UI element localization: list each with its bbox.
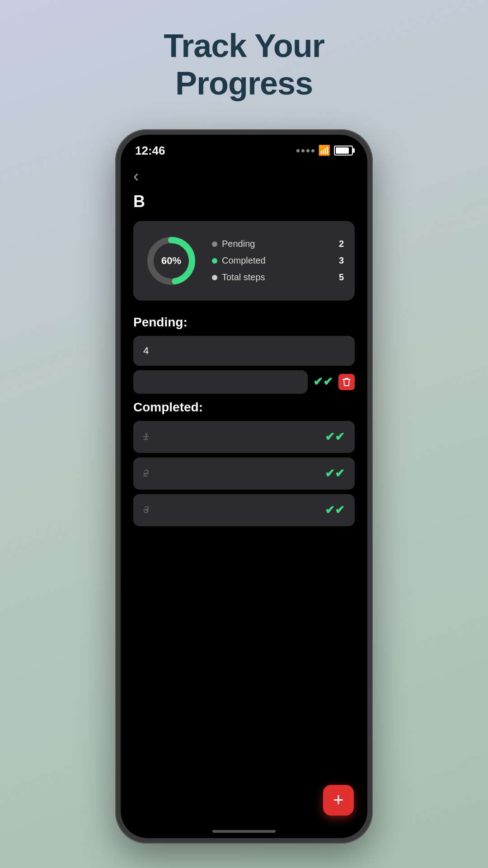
completed-check-2: ✔✔ bbox=[325, 467, 345, 481]
signal-icon bbox=[296, 149, 314, 152]
pending-count: 2 bbox=[339, 239, 344, 249]
completed-count: 3 bbox=[339, 255, 344, 266]
phone-screen: 12:46 📶 ‹ B bbox=[121, 135, 367, 838]
total-label: Total steps bbox=[222, 272, 265, 283]
completed-section: Completed: 1 ✔✔ 2 ✔✔ 3 ✔✔ bbox=[133, 400, 355, 531]
pending-dot bbox=[212, 241, 217, 247]
pending-label: Pending bbox=[222, 239, 255, 249]
progress-card: 60% Pending 2 bbox=[133, 221, 355, 301]
status-time: 12:46 bbox=[135, 144, 165, 158]
pending-item-1[interactable]: 4 bbox=[133, 336, 355, 366]
delete-button[interactable] bbox=[338, 374, 355, 390]
battery-icon bbox=[334, 146, 353, 156]
add-button[interactable]: + bbox=[323, 785, 354, 816]
completed-check-3: ✔✔ bbox=[325, 503, 345, 517]
completed-text-2: 2 bbox=[143, 467, 149, 479]
page-background: Track Your Progress 12:46 📶 bbox=[115, 0, 373, 844]
completed-item-2: 2 ✔✔ bbox=[133, 458, 355, 490]
total-count: 5 bbox=[339, 272, 344, 283]
pending-section-title: Pending: bbox=[133, 315, 355, 330]
pending-action-bar: ✔✔ bbox=[133, 370, 355, 394]
status-icons: 📶 bbox=[296, 145, 353, 156]
action-spacer bbox=[133, 370, 308, 394]
section-letter: B bbox=[133, 192, 355, 211]
complete-button[interactable]: ✔✔ bbox=[313, 375, 333, 389]
back-button[interactable]: ‹ bbox=[133, 167, 355, 186]
legend-completed: Completed 3 bbox=[212, 255, 344, 266]
pending-item-text: 4 bbox=[143, 345, 149, 357]
completed-item-3: 3 ✔✔ bbox=[133, 494, 355, 526]
screen-content: ‹ B 60% Pe bbox=[121, 162, 367, 838]
completed-item-1: 1 ✔✔ bbox=[133, 421, 355, 453]
completed-dot bbox=[212, 258, 217, 264]
completed-text-1: 1 bbox=[143, 431, 149, 443]
completed-text-3: 3 bbox=[143, 504, 149, 516]
legend-pending: Pending 2 bbox=[212, 239, 344, 249]
status-bar: 12:46 📶 bbox=[121, 135, 367, 162]
legend: Pending 2 Completed 3 bbox=[212, 239, 344, 283]
page-title: Track Your Progress bbox=[115, 27, 373, 102]
pending-section: Pending: 4 ✔✔ bbox=[133, 315, 355, 400]
phone-frame: 12:46 📶 ‹ B bbox=[115, 129, 373, 844]
completed-check-1: ✔✔ bbox=[325, 430, 345, 444]
donut-label: 60% bbox=[161, 255, 181, 267]
completed-section-title: Completed: bbox=[133, 400, 355, 415]
home-indicator bbox=[212, 830, 276, 833]
donut-chart: 60% bbox=[144, 234, 198, 288]
wifi-icon: 📶 bbox=[318, 145, 330, 156]
completed-label: Completed bbox=[222, 255, 266, 266]
legend-total: Total steps 5 bbox=[212, 272, 344, 283]
total-dot bbox=[212, 275, 217, 280]
